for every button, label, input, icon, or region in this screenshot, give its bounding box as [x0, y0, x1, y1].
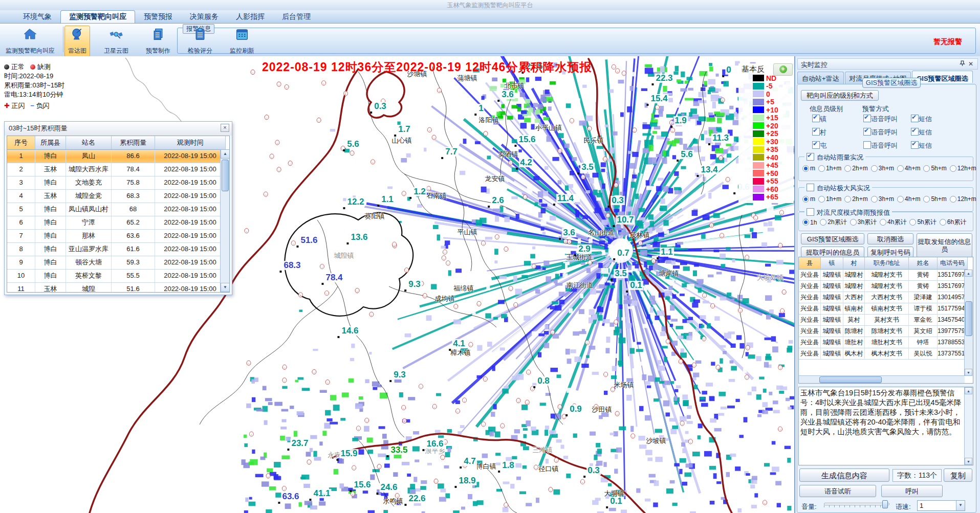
table-row[interactable]: 8博白亚山温罗水库61.62022-08-19 15:00	[7, 243, 229, 256]
radio-4h+m[interactable]: 4h+m	[897, 165, 920, 172]
table-row[interactable]: 1博白凤山86.62022-08-19 15:00	[7, 150, 229, 163]
call-button[interactable]: 呼叫	[881, 485, 943, 497]
radio-4h+m[interactable]: 4h+m	[897, 195, 920, 203]
table-row[interactable]: 2玉林城隍大西水库78.42022-08-19 15:00	[7, 163, 229, 176]
radio-2h+m[interactable]: 2h+m	[844, 165, 867, 172]
toolbar-button-雷达图[interactable]: 雷达图	[64, 26, 90, 57]
table-row[interactable]: 4玉林城隍金党68.32022-08-19 15:00	[7, 190, 229, 203]
cancel-select-button[interactable]: 取消圈选	[867, 233, 913, 244]
radio-1h[interactable]: 1h	[802, 219, 817, 226]
scroll-down-icon[interactable]: ▼	[221, 283, 230, 292]
voice-preview-button[interactable]: 语音试听	[799, 485, 876, 497]
extract-call-button[interactable]: 提取呼叫的信息员	[801, 247, 864, 258]
panel-tab-自动站+雷达[interactable]: 自动站+雷达	[797, 72, 844, 84]
toolbar-button-预警制作[interactable]: 预警制作	[142, 26, 174, 57]
contact-table[interactable]: 县镇村职务/地址姓名电话号码 兴业县城隍镇城隍村城隍村支书黄铸135176975…	[798, 257, 973, 384]
contact-row[interactable]: 兴业县城隍镇城隍村城隍村支书黄铸135176975	[799, 281, 973, 292]
level-mode-button[interactable]: 靶向叫应的级别和方式	[801, 90, 879, 101]
radio-m[interactable]: m	[802, 195, 815, 203]
panel-tab-GIS预警区域圈选[interactable]: GIS预警区域圈选	[912, 71, 972, 83]
voice-checkbox[interactable]	[863, 128, 871, 136]
contact-row[interactable]: 兴业县城隍镇陈塘村陈塘村支书莫文绍139775796	[799, 326, 973, 337]
contact-table-hscrollbar[interactable]	[799, 375, 965, 383]
contact-row[interactable]: 兴业县城隍镇枫木村枫木村支书吴以悦137375511	[799, 348, 973, 360]
radio-5h+m[interactable]: 5h+m	[923, 195, 946, 203]
copy-number-button[interactable]: 复制呼叫号码	[867, 247, 913, 258]
gis-select-button[interactable]: GIS预警区域圈选	[801, 233, 864, 244]
sms-checkbox[interactable]	[911, 115, 919, 122]
message-vscrollbar[interactable]: ▲ ▼	[964, 387, 973, 465]
rain-col-header-观测时间[interactable]: 观测时间	[155, 136, 226, 149]
radio-4h累计[interactable]: 4h累计	[880, 218, 906, 227]
rain-group-checkbox[interactable]	[807, 153, 814, 161]
toolbar-button-卫星云图[interactable]: 卫星云图	[100, 26, 132, 57]
legend-add-button[interactable]: +	[773, 63, 793, 76]
volume-slider[interactable]	[824, 500, 889, 507]
radio-m[interactable]: m	[802, 165, 815, 172]
rain-col-header-序号[interactable]: 序号	[7, 136, 35, 149]
radio-5h累计[interactable]: 5h累计	[909, 218, 936, 227]
scroll-up-icon[interactable]: ▲	[221, 149, 230, 159]
rain-table-scrollbar[interactable]: ▲ ▼	[220, 149, 229, 292]
hamlet-checkbox[interactable]	[812, 141, 820, 149]
radio-2h+m[interactable]: 2h+m	[844, 195, 867, 203]
table-row[interactable]: 6博白宁潭65.22022-08-19 15:00	[7, 216, 229, 230]
slider-handle[interactable]	[882, 500, 888, 508]
scroll-up-icon[interactable]: ▲	[965, 387, 972, 394]
radio-2h累计[interactable]: 2h累计	[820, 218, 846, 227]
contact-col-header-县[interactable]: 县	[799, 257, 821, 270]
contact-row[interactable]: 兴业县城隍镇莫村莫村支书覃金乾134575405	[799, 315, 973, 326]
scroll-up-icon[interactable]: ▲	[965, 270, 972, 277]
table-row[interactable]: 11玉林城隍51.62022-08-19 15:00	[7, 283, 229, 293]
table-row[interactable]: 10博白英桥文黎55.52022-08-19 15:00	[7, 270, 229, 283]
contact-col-header-姓名[interactable]: 姓名	[909, 257, 938, 270]
rain-col-header-累积雨量[interactable]: 累积雨量	[112, 136, 155, 149]
rain-col-header-所属县[interactable]: 所属县	[35, 136, 66, 149]
menu-tab-人影指挥[interactable]: 人影指挥	[227, 10, 273, 23]
radio-12h+m[interactable]: 12h+m	[950, 195, 976, 203]
menu-tab-决策服务[interactable]: 决策服务	[181, 10, 227, 23]
scroll-thumb[interactable]	[965, 301, 972, 336]
chevron-down-icon[interactable]: ▼	[956, 501, 965, 510]
copy-button[interactable]: 复制	[944, 469, 972, 482]
contact-col-header-职务/地址[interactable]: 职务/地址	[865, 257, 909, 270]
menu-tab-环境气象[interactable]: 环境气象	[14, 10, 60, 23]
message-box[interactable]: 玉林市气象台19日5时15分发布暴雨橙色预警信号：4时以来兴业县城隍大西水库已出…	[798, 387, 973, 465]
contact-row[interactable]: 兴业县城隍镇大西村大西村支书梁泽建130149571	[799, 292, 973, 303]
contact-row[interactable]: 兴业县城隍镇城隍村城隍村支书黄铸135176975	[799, 270, 973, 281]
scroll-down-icon[interactable]: ▼	[965, 369, 972, 376]
sms-checkbox[interactable]	[911, 141, 919, 149]
close-icon[interactable]: ×	[221, 124, 229, 132]
generate-message-button[interactable]: 生成信息内容	[799, 469, 889, 482]
forecast-group-checkbox[interactable]	[807, 208, 814, 216]
radar-map[interactable]: 沙塘镇蒲塘镇北市镇洛阳镇小平山镇民乐镇山心镇卖酒镇龙安镇石南镇葵阳镇平山镇城隍镇…	[0, 56, 794, 513]
radio-3h累计[interactable]: 3h累计	[850, 218, 877, 227]
extract-sms-button[interactable]: 提取发短信的信息员	[917, 233, 972, 258]
menu-tab-后台管理[interactable]: 后台管理	[273, 10, 319, 23]
radio-3h+m[interactable]: 3h+m	[871, 165, 894, 172]
toolbar-button-监控刷新[interactable]: 监控刷新	[226, 26, 258, 57]
radio-5h+m[interactable]: 5h+m	[923, 165, 946, 172]
table-row[interactable]: 9博白顿谷大塘59.32022-08-19 15:00	[7, 256, 229, 270]
pin-icon[interactable]	[960, 60, 965, 68]
voice-checkbox[interactable]	[863, 115, 871, 122]
rain-col-header-站名[interactable]: 站名	[66, 136, 112, 149]
table-row[interactable]: 7博白那林63.62022-08-19 15:00	[7, 230, 229, 243]
contact-col-header-村[interactable]: 村	[843, 257, 865, 270]
toolbar-button-监测预警靶向叫应[interactable]: 监测预警靶向叫应	[2, 26, 58, 57]
table-row[interactable]: 3博白文地姜充75.82022-08-19 15:00	[7, 176, 229, 190]
scroll-down-icon[interactable]: ▼	[965, 458, 972, 465]
table-row[interactable]: 5博白凤山镇凤山村682022-08-19 15:00	[7, 203, 229, 216]
warning-message-text[interactable]: 玉林市气象台19日5时15分发布暴雨橙色预警信号：4时以来兴业县城隍大西水库已出…	[800, 388, 963, 464]
radio-6h累计[interactable]: 6h累计	[940, 218, 966, 227]
village-checkbox[interactable]	[812, 128, 820, 136]
close-icon[interactable]: ✕	[968, 60, 973, 68]
contact-row[interactable]: 兴业县城隍镇镇南村镇南村支书谭于模151775946	[799, 303, 973, 315]
town-checkbox[interactable]	[812, 115, 820, 122]
toolbar-button-检验评分[interactable]: 检验评分	[184, 26, 216, 57]
radio-12h+m[interactable]: 12h+m	[950, 165, 976, 172]
radio-3h+m[interactable]: 3h+m	[871, 195, 894, 203]
voice-checkbox[interactable]	[863, 141, 871, 149]
wind-group-checkbox[interactable]	[807, 184, 814, 191]
contact-col-header-镇[interactable]: 镇	[821, 257, 843, 270]
